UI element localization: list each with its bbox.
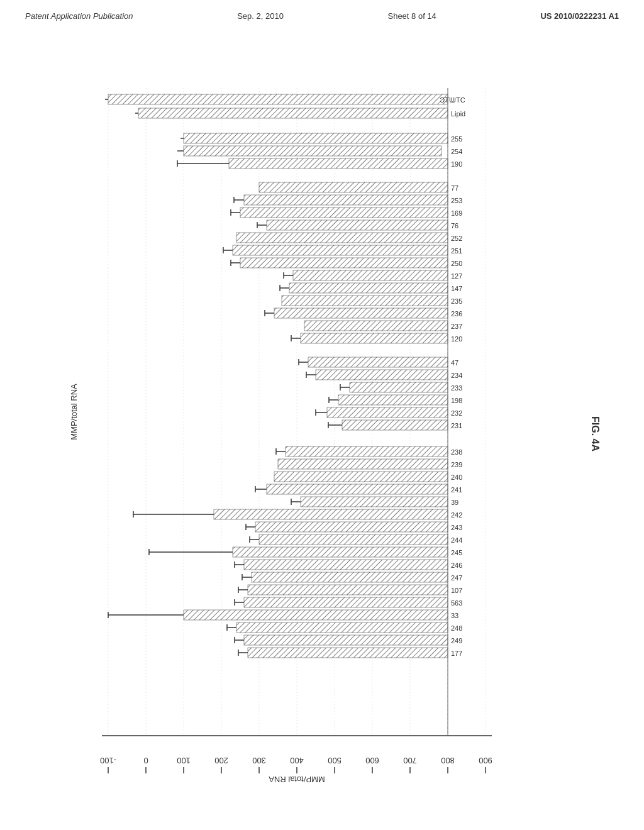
svg-text:253: 253 xyxy=(451,197,462,204)
bar-76 xyxy=(267,220,448,230)
svg-text:232: 232 xyxy=(451,409,462,417)
bar-235 xyxy=(282,296,448,306)
svg-text:236: 236 xyxy=(451,310,462,318)
bar-169 xyxy=(240,208,448,218)
bar-238 xyxy=(286,446,448,456)
bar-120 xyxy=(301,333,448,343)
svg-text:249: 249 xyxy=(451,637,462,645)
chart-container: FIG. 4A xyxy=(25,75,619,792)
bar-240 xyxy=(274,472,448,482)
bar-250 xyxy=(240,258,448,268)
bar-255 xyxy=(184,133,448,143)
svg-text:238: 238 xyxy=(451,448,462,456)
svg-text:247: 247 xyxy=(451,574,462,582)
svg-text:237: 237 xyxy=(451,323,462,330)
bar-237 xyxy=(304,321,448,331)
bar-236 xyxy=(274,308,448,318)
bar-254 xyxy=(184,146,441,156)
svg-text:39: 39 xyxy=(451,499,458,506)
svg-text:33: 33 xyxy=(451,612,458,619)
bar-252 xyxy=(236,233,448,243)
svg-text:47: 47 xyxy=(451,359,458,367)
bar-127 xyxy=(293,270,448,280)
svg-text:246: 246 xyxy=(451,562,462,569)
svg-text:245: 245 xyxy=(451,549,462,556)
bar-246 xyxy=(244,560,448,570)
svg-text:300: 300 xyxy=(252,756,266,765)
svg-text:563: 563 xyxy=(451,599,462,607)
svg-text:243: 243 xyxy=(451,524,462,531)
svg-text:500: 500 xyxy=(328,756,341,765)
svg-text:250: 250 xyxy=(451,260,462,267)
bar-249 xyxy=(244,635,448,645)
svg-text:235: 235 xyxy=(451,297,462,305)
bar-251 xyxy=(233,245,448,255)
bar-239 xyxy=(278,459,448,469)
svg-text:77: 77 xyxy=(451,184,458,192)
bar-utc xyxy=(108,94,448,104)
svg-text:242: 242 xyxy=(451,511,462,519)
svg-text:120: 120 xyxy=(451,335,462,343)
bar-190 xyxy=(229,158,448,169)
svg-text:255: 255 xyxy=(451,135,462,143)
svg-text:254: 254 xyxy=(451,148,462,155)
svg-text:241: 241 xyxy=(451,486,462,494)
svg-text:100: 100 xyxy=(177,756,191,765)
bar-234 xyxy=(316,370,448,380)
publication-date: Sep. 2, 2010 xyxy=(237,11,284,21)
svg-text:600: 600 xyxy=(365,756,379,765)
bar-247 xyxy=(252,572,448,582)
x-axis-title: MMP/total RNA xyxy=(69,384,79,440)
svg-text:900: 900 xyxy=(479,756,492,765)
sheet-info: Sheet 8 of 14 xyxy=(387,11,436,21)
svg-text:231: 231 xyxy=(451,422,462,429)
chart-svg: 900 800 700 600 500 400 300 200 100 xyxy=(25,75,619,792)
bar-107 xyxy=(248,585,448,595)
svg-text:248: 248 xyxy=(451,624,462,632)
svg-text:400: 400 xyxy=(290,756,304,765)
bar-243 xyxy=(255,522,448,532)
patent-number: US 2010/0222231 A1 xyxy=(540,11,619,21)
bar-47 xyxy=(308,357,448,367)
svg-text:200: 200 xyxy=(214,756,228,765)
bar-lipid xyxy=(138,108,448,118)
x-axis: 900 800 700 600 500 400 300 200 100 xyxy=(100,756,492,773)
svg-text:Lipid: Lipid xyxy=(451,110,465,118)
svg-text:107: 107 xyxy=(451,587,462,594)
svg-text:-100: -100 xyxy=(100,756,116,765)
svg-text:147: 147 xyxy=(451,285,462,292)
bar-241 xyxy=(267,484,448,494)
bar-233 xyxy=(350,382,448,392)
bar-248 xyxy=(236,622,448,633)
svg-text:MMP/total RNA: MMP/total RNA xyxy=(269,775,325,784)
bar-563 xyxy=(244,597,448,607)
bar-177 xyxy=(248,648,448,658)
bar-231 xyxy=(342,420,448,430)
svg-text:800: 800 xyxy=(441,756,455,765)
bar-253 xyxy=(244,195,448,205)
svg-text:177: 177 xyxy=(451,650,462,657)
svg-text:239: 239 xyxy=(451,461,462,468)
svg-text:252: 252 xyxy=(451,235,462,242)
svg-text:700: 700 xyxy=(403,756,417,765)
publication-type: Patent Application Publication xyxy=(25,11,133,21)
bar-33 xyxy=(184,610,448,620)
page-header: Patent Application Publication Sep. 2, 2… xyxy=(0,0,644,27)
svg-text:234: 234 xyxy=(451,372,462,379)
bar-147 xyxy=(289,283,448,293)
svg-text:UTC: UTC xyxy=(451,96,465,104)
svg-text:251: 251 xyxy=(451,247,462,255)
svg-text:244: 244 xyxy=(451,536,462,544)
bar-245 xyxy=(233,547,448,557)
svg-text:76: 76 xyxy=(451,222,458,230)
bar-244 xyxy=(259,534,448,545)
svg-text:127: 127 xyxy=(451,272,462,280)
bar-39 xyxy=(301,497,448,507)
svg-text:190: 190 xyxy=(451,160,462,168)
bar-77 xyxy=(259,182,448,192)
svg-text:169: 169 xyxy=(451,209,462,217)
svg-text:233: 233 xyxy=(451,384,462,392)
svg-text:240: 240 xyxy=(451,473,462,481)
bar-242 xyxy=(214,509,448,519)
svg-text:0: 0 xyxy=(143,756,148,765)
